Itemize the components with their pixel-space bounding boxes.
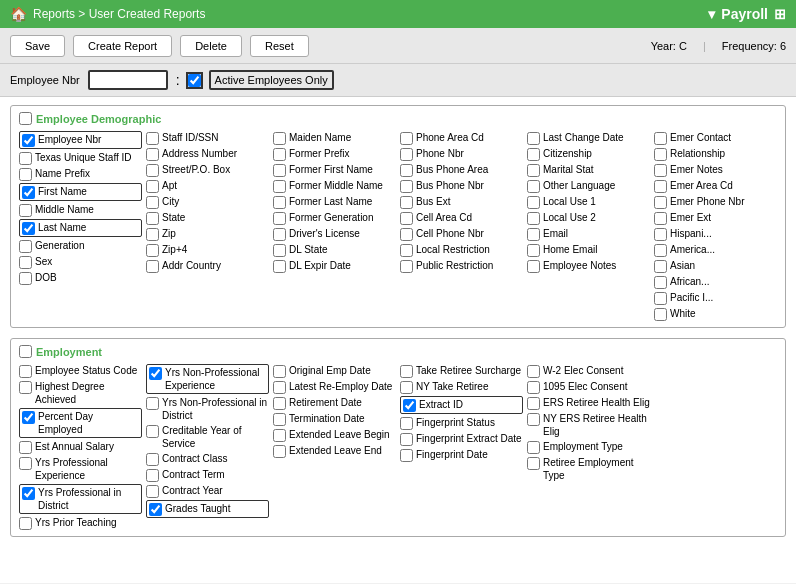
cb-former-last[interactable] (273, 196, 286, 209)
cb-employment-type[interactable] (527, 441, 540, 454)
cb-apt[interactable] (146, 180, 159, 193)
cb-staff-ssn[interactable] (146, 132, 159, 145)
cb-emer-ext[interactable] (654, 212, 667, 225)
cb-ny-take-retiree[interactable] (400, 381, 413, 394)
cb-former-middle[interactable] (273, 180, 286, 193)
cb-local-restriction[interactable] (400, 244, 413, 257)
home-icon[interactable]: 🏠 (10, 6, 27, 22)
cb-addr-country[interactable] (146, 260, 159, 273)
cb-retiree-emp-type[interactable] (527, 457, 540, 470)
cb-public-restriction[interactable] (400, 260, 413, 273)
cb-zip[interactable] (146, 228, 159, 241)
cb-african[interactable] (654, 276, 667, 289)
cb-latest-reemploy[interactable] (273, 381, 286, 394)
check-emp-status-code: Employee Status Code (19, 364, 142, 378)
cb-local-use1[interactable] (527, 196, 540, 209)
cb-retirement-date[interactable] (273, 397, 286, 410)
cb-bus-phone-area[interactable] (400, 164, 413, 177)
cb-contract-term[interactable] (146, 469, 159, 482)
cb-middle-name[interactable] (19, 204, 32, 217)
cb-percent-day[interactable] (22, 411, 35, 424)
cb-yrs-nonprof[interactable] (149, 367, 162, 380)
cb-w2-elec[interactable] (527, 365, 540, 378)
cb-bus-phone-nbr[interactable] (400, 180, 413, 193)
cb-ers-retiree-health[interactable] (527, 397, 540, 410)
cb-other-lang[interactable] (527, 180, 540, 193)
cb-street[interactable] (146, 164, 159, 177)
cb-fingerprint-extract[interactable] (400, 433, 413, 446)
cb-ny-ers-retiree[interactable] (527, 413, 540, 426)
cb-ext-leave-end[interactable] (273, 445, 286, 458)
cb-first-name[interactable] (22, 186, 35, 199)
cb-city[interactable] (146, 196, 159, 209)
cb-hispanic[interactable] (654, 228, 667, 241)
cb-relationship[interactable] (654, 148, 667, 161)
cb-asian[interactable] (654, 260, 667, 273)
cb-contract-class[interactable] (146, 453, 159, 466)
cb-employee-nbr[interactable] (22, 134, 35, 147)
cb-former-prefix[interactable] (273, 148, 286, 161)
cb-emer-area-cd[interactable] (654, 180, 667, 193)
cb-phone-nbr[interactable] (400, 148, 413, 161)
cb-texas-unique[interactable] (19, 152, 32, 165)
cb-bus-ext[interactable] (400, 196, 413, 209)
emp-nbr-input[interactable] (88, 70, 168, 90)
cb-highest-degree[interactable] (19, 381, 32, 394)
cb-maiden-name[interactable] (273, 132, 286, 145)
cb-last-name[interactable] (22, 222, 35, 235)
cb-yrs-prof-district[interactable] (22, 487, 35, 500)
cb-dob[interactable] (19, 272, 32, 285)
cb-grades-taught[interactable] (149, 503, 162, 516)
cb-dl-expir[interactable] (273, 260, 286, 273)
cb-local-use2[interactable] (527, 212, 540, 225)
employee-demographic-checkbox[interactable] (19, 112, 32, 125)
cb-creditable-yrs[interactable] (146, 425, 159, 438)
cb-name-prefix[interactable] (19, 168, 32, 181)
cb-former-first[interactable] (273, 164, 286, 177)
cb-last-change[interactable] (527, 132, 540, 145)
cb-emer-contact[interactable] (654, 132, 667, 145)
cb-white[interactable] (654, 308, 667, 321)
cb-ext-leave-begin[interactable] (273, 429, 286, 442)
active-employees-checkbox[interactable] (188, 74, 201, 87)
cb-1095-elec[interactable] (527, 381, 540, 394)
cb-zip4[interactable] (146, 244, 159, 257)
cb-orig-emp-date[interactable] (273, 365, 286, 378)
employment-checkbox[interactable] (19, 345, 32, 358)
cb-contract-year[interactable] (146, 485, 159, 498)
cb-yrs-nonprof-district[interactable] (146, 397, 159, 410)
cb-yrs-professional[interactable] (19, 457, 32, 470)
cb-citizenship[interactable] (527, 148, 540, 161)
cb-pacific[interactable] (654, 292, 667, 305)
cb-home-email[interactable] (527, 244, 540, 257)
delete-button[interactable]: Delete (180, 35, 242, 57)
cb-cell-area[interactable] (400, 212, 413, 225)
cb-email[interactable] (527, 228, 540, 241)
reset-button[interactable]: Reset (250, 35, 309, 57)
cb-take-retiree[interactable] (400, 365, 413, 378)
cb-dl-state[interactable] (273, 244, 286, 257)
cb-termination-date[interactable] (273, 413, 286, 426)
cb-emer-phone[interactable] (654, 196, 667, 209)
cb-emer-notes[interactable] (654, 164, 667, 177)
cb-marital-stat[interactable] (527, 164, 540, 177)
cb-drivers-license[interactable] (273, 228, 286, 241)
create-report-button[interactable]: Create Report (73, 35, 172, 57)
cb-state[interactable] (146, 212, 159, 225)
cb-sex[interactable] (19, 256, 32, 269)
cb-employee-notes[interactable] (527, 260, 540, 273)
cb-phone-area[interactable] (400, 132, 413, 145)
cb-former-gen[interactable] (273, 212, 286, 225)
cb-fingerprint-date[interactable] (400, 449, 413, 462)
cb-american[interactable] (654, 244, 667, 257)
save-button[interactable]: Save (10, 35, 65, 57)
cb-emp-status-code[interactable] (19, 365, 32, 378)
cb-cell-phone[interactable] (400, 228, 413, 241)
dropdown-arrow[interactable]: ▾ (708, 6, 715, 22)
cb-generation[interactable] (19, 240, 32, 253)
cb-extract-id[interactable] (403, 399, 416, 412)
cb-fingerprint-status[interactable] (400, 417, 413, 430)
cb-address-num[interactable] (146, 148, 159, 161)
cb-yrs-prior[interactable] (19, 517, 32, 530)
cb-est-annual[interactable] (19, 441, 32, 454)
